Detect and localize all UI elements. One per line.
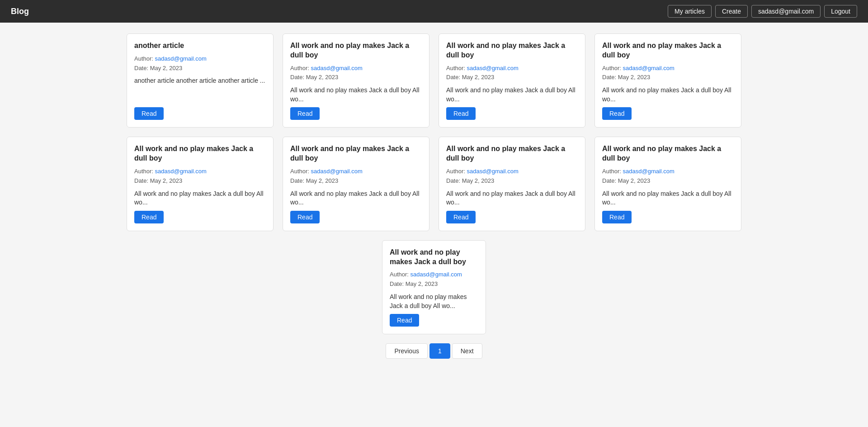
article-author-link[interactable]: sadasd@gmail.com (467, 168, 519, 175)
article-title: All work and no play makes Jack a dull b… (446, 41, 578, 60)
bottom-read-button[interactable]: Read (390, 314, 419, 327)
article-author-link[interactable]: sadasd@gmail.com (623, 168, 675, 175)
article-card: All work and no play makes Jack a dull b… (594, 137, 741, 231)
articles-grid: another article Author: sadasd@gmail.com… (127, 33, 741, 231)
article-title: another article (134, 41, 266, 51)
article-excerpt: All work and no play makes Jack a dull b… (290, 190, 422, 207)
article-meta: Author: sadasd@gmail.com Date: May 2, 20… (602, 167, 734, 186)
article-author-link[interactable]: sadasd@gmail.com (155, 168, 207, 175)
article-title: All work and no play makes Jack a dull b… (602, 41, 734, 60)
read-button[interactable]: Read (290, 211, 320, 223)
previous-button[interactable]: Previous (386, 343, 427, 359)
pagination: Previous 1 Next (127, 343, 741, 359)
bottom-row: All work and no play makes Jack a dull b… (127, 240, 741, 334)
article-excerpt: All work and no play makes Jack a dull b… (446, 86, 578, 104)
article-card: All work and no play makes Jack a dull b… (439, 33, 585, 128)
article-excerpt: another article another article another … (134, 76, 266, 104)
bottom-article-excerpt: All work and no play makes Jack a dull b… (390, 293, 478, 310)
nav-actions: My articles Create sadasd@gmail.com Logo… (668, 5, 857, 18)
article-card: All work and no play makes Jack a dull b… (439, 137, 585, 231)
bottom-article-title: All work and no play makes Jack a dull b… (390, 248, 478, 267)
user-email-button[interactable]: sadasd@gmail.com (751, 5, 821, 18)
article-excerpt: All work and no play makes Jack a dull b… (446, 190, 578, 207)
bottom-article-meta: Author: sadasd@gmail.com Date: May 2, 20… (390, 270, 478, 289)
article-meta: Author: sadasd@gmail.com Date: May 2, 20… (290, 167, 422, 186)
article-author-link[interactable]: sadasd@gmail.com (623, 65, 675, 71)
article-author-link[interactable]: sadasd@gmail.com (467, 65, 519, 71)
article-card: another article Author: sadasd@gmail.com… (127, 33, 274, 128)
article-excerpt: All work and no play makes Jack a dull b… (290, 86, 422, 104)
article-meta: Author: sadasd@gmail.com Date: May 2, 20… (602, 64, 734, 83)
article-excerpt: All work and no play makes Jack a dull b… (134, 190, 266, 207)
article-card: All work and no play makes Jack a dull b… (594, 33, 741, 128)
article-meta: Author: sadasd@gmail.com Date: May 2, 20… (446, 64, 578, 83)
read-button[interactable]: Read (134, 211, 164, 223)
article-title: All work and no play makes Jack a dull b… (134, 144, 266, 163)
logout-button[interactable]: Logout (824, 5, 857, 18)
article-excerpt: All work and no play makes Jack a dull b… (602, 86, 734, 104)
article-card: All work and no play makes Jack a dull b… (127, 137, 274, 231)
read-button[interactable]: Read (602, 211, 632, 223)
article-meta: Author: sadasd@gmail.com Date: May 2, 20… (290, 64, 422, 83)
article-title: All work and no play makes Jack a dull b… (602, 144, 734, 163)
article-author-link[interactable]: sadasd@gmail.com (155, 55, 207, 62)
navbar: Blog My articles Create sadasd@gmail.com… (0, 0, 868, 23)
bottom-article-author-link[interactable]: sadasd@gmail.com (410, 271, 462, 278)
read-button[interactable]: Read (290, 107, 320, 120)
create-button[interactable]: Create (715, 5, 748, 18)
article-author-link[interactable]: sadasd@gmail.com (311, 168, 363, 175)
article-meta: Author: sadasd@gmail.com Date: May 2, 20… (446, 167, 578, 186)
my-articles-button[interactable]: My articles (668, 5, 712, 18)
article-title: All work and no play makes Jack a dull b… (446, 144, 578, 163)
page-1-button[interactable]: 1 (429, 343, 450, 359)
next-button[interactable]: Next (452, 343, 482, 359)
read-button[interactable]: Read (446, 107, 476, 120)
bottom-article-card: All work and no play makes Jack a dull b… (382, 240, 486, 334)
article-title: All work and no play makes Jack a dull b… (290, 41, 422, 60)
article-meta: Author: sadasd@gmail.com Date: May 2, 20… (134, 167, 266, 186)
read-button[interactable]: Read (602, 107, 632, 120)
article-title: All work and no play makes Jack a dull b… (290, 144, 422, 163)
nav-brand: Blog (11, 7, 29, 16)
read-button[interactable]: Read (134, 107, 164, 120)
article-author-link[interactable]: sadasd@gmail.com (311, 65, 363, 71)
read-button[interactable]: Read (446, 211, 476, 223)
article-card: All work and no play makes Jack a dull b… (283, 137, 429, 231)
article-meta: Author: sadasd@gmail.com Date: May 2, 20… (134, 54, 266, 73)
main-content: another article Author: sadasd@gmail.com… (0, 23, 868, 379)
article-card: All work and no play makes Jack a dull b… (283, 33, 429, 128)
article-excerpt: All work and no play makes Jack a dull b… (602, 190, 734, 207)
